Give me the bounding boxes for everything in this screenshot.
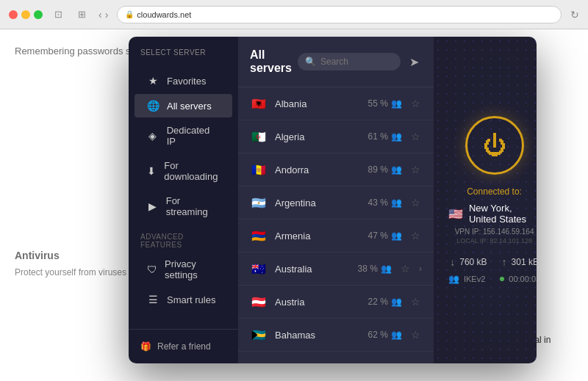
upload-arrow-icon: ↑	[502, 256, 507, 268]
sidebar-label: Select Server	[140, 48, 226, 57]
main-area: Remembering passwords so you don't have …	[0, 29, 588, 381]
server-row[interactable]: 🇦🇩 Andorra 89 % 👥 ☆	[238, 153, 434, 186]
download-icon: ⬇	[146, 165, 157, 177]
country-flag: 🇦🇹	[250, 293, 268, 311]
streaming-icon: ▶	[146, 200, 159, 212]
vpn-sidebar: Select Server ★ Favorites 🌐 All servers …	[129, 37, 238, 363]
sidebar-item-downloading[interactable]: ⬇ For downloading	[135, 154, 232, 188]
users-load-icon: 👥	[391, 98, 402, 109]
url-text: cloudwards.net	[137, 10, 191, 19]
stats-row: ↓ 760 kB ↑ 301 kB	[450, 256, 537, 268]
load-value: 38 %	[358, 264, 378, 274]
load-value: 22 %	[368, 297, 388, 307]
star-icon: ★	[146, 75, 159, 87]
power-button[interactable]: ⏻	[465, 116, 524, 175]
country-name: Austria	[275, 297, 361, 308]
reload-button[interactable]: ↻	[570, 9, 579, 21]
minimize-button[interactable]	[21, 10, 30, 19]
forward-connect-button[interactable]: ➤	[406, 52, 422, 72]
advanced-features-label: Advanced Features	[129, 224, 238, 252]
vpn-app-overlay: Select Server ★ Favorites 🌐 All servers …	[129, 37, 537, 363]
connection-info: 🇺🇸 New York, United States	[448, 203, 537, 225]
sidebar-streaming-label: For streaming	[166, 195, 220, 217]
favorite-star-button[interactable]: ☆	[409, 228, 422, 243]
sidebar-all-servers-label: All servers	[167, 101, 212, 112]
search-bar[interactable]: 🔍	[298, 53, 401, 70]
sidebar-toggle-icon[interactable]: ⊡	[54, 9, 66, 21]
shield-icon: 🛡	[146, 264, 157, 275]
server-row[interactable]: 🇦🇱 Albania 55 % 👥 ☆	[238, 87, 434, 120]
country-name: Albania	[275, 98, 361, 109]
users-load-icon: 👥	[391, 197, 402, 208]
refer-friend-label: Refer a friend	[157, 341, 211, 352]
country-flag: 🇦🇲	[250, 227, 268, 244]
lock-icon: 🔒	[125, 10, 134, 18]
server-row[interactable]: 🇦🇹 Austria 22 % 👥 ☆	[238, 286, 434, 319]
favorite-star-button[interactable]: ☆	[399, 261, 412, 276]
close-button[interactable]	[9, 10, 18, 19]
maximize-button[interactable]	[34, 10, 43, 19]
address-bar[interactable]: 🔒 cloudwards.net	[117, 6, 562, 23]
gift-icon: 🎁	[140, 341, 151, 352]
country-name: Algeria	[275, 131, 361, 142]
sidebar-item-streaming[interactable]: ▶ For streaming	[135, 189, 232, 223]
vpn-ip-text: VPN IP: 156.146.59.164	[455, 228, 534, 236]
favorite-star-button[interactable]: ☆	[409, 162, 422, 177]
server-row[interactable]: 🇧🇸 Bahamas 62 % 👥 ☆	[238, 319, 434, 352]
server-row[interactable]: 🇩🇿 Algeria 61 % 👥 ☆	[238, 120, 434, 153]
load-value: 47 %	[368, 231, 388, 241]
search-input[interactable]	[320, 57, 393, 67]
sidebar-item-privacy[interactable]: 🛡 Privacy settings	[135, 253, 232, 286]
new-tab-icon[interactable]: ⊞	[78, 9, 90, 21]
refer-friend-button[interactable]: 🎁 Refer a friend	[140, 341, 226, 352]
load-value: 89 %	[368, 164, 388, 175]
sidebar-downloading-label: For downloading	[164, 160, 220, 182]
sidebar-item-all-servers[interactable]: 🌐 All servers	[135, 94, 232, 117]
settings-button[interactable]: ⚙	[536, 46, 537, 59]
server-load: 55 % 👥	[368, 98, 402, 109]
nav-buttons: ‹ ›	[98, 9, 108, 21]
server-row[interactable]: 🇦🇲 Armenia 47 % 👥 ☆	[238, 219, 434, 253]
country-flag: 🇩🇿	[250, 128, 268, 145]
favorite-star-button[interactable]: ☆	[409, 96, 422, 111]
server-panel-header: All servers 🔍 ➤	[238, 37, 434, 87]
country-flag: 🇦🇺	[250, 260, 268, 277]
server-panel-title: All servers	[250, 48, 292, 75]
status-panel: ⚙ ⏻ Connected to: 🇺🇸 New York, United St…	[434, 37, 537, 363]
favorite-star-button[interactable]: ☆	[409, 327, 422, 342]
sidebar-item-dedicated-ip[interactable]: ◈ Dedicated IP	[135, 119, 232, 153]
country-flag: 🇦🇷	[250, 194, 268, 211]
server-row[interactable]: 🇦🇷 Argentina 43 % 👥 ☆	[238, 186, 434, 219]
favorite-star-button[interactable]: ☆	[409, 129, 422, 144]
forward-button[interactable]: ›	[105, 9, 109, 21]
favorite-star-button[interactable]: ☆	[409, 195, 422, 210]
sidebar-footer: 🎁 Refer a friend	[129, 329, 238, 363]
connection-time: 00:00:03	[509, 275, 537, 283]
users-load-icon: 👥	[391, 131, 402, 142]
back-button[interactable]: ‹	[98, 9, 102, 21]
sidebar-item-smart-rules[interactable]: ☰ Smart rules	[135, 288, 232, 311]
sidebar-privacy-label: Privacy settings	[165, 258, 220, 280]
map-dots	[434, 37, 537, 363]
server-load: 62 % 👥	[368, 330, 402, 340]
server-load: 61 % 👥	[368, 131, 402, 142]
server-load: 22 % 👥	[368, 297, 402, 307]
country-name: Australia	[275, 264, 351, 275]
favorite-star-button[interactable]: ☆	[409, 294, 422, 309]
load-value: 43 %	[368, 197, 388, 208]
users-load-icon: 👥	[391, 330, 402, 340]
sidebar-smart-rules-label: Smart rules	[167, 294, 215, 305]
connection-time-item: 00:00:03	[500, 274, 537, 284]
country-flag: 🇧🇸	[250, 326, 268, 344]
location-text: New York, United States	[469, 203, 537, 225]
sidebar-item-favorites[interactable]: ★ Favorites	[135, 69, 232, 92]
chevron-right-icon: ›	[419, 264, 422, 274]
sidebar-dedicated-ip-label: Dedicated IP	[167, 125, 220, 147]
server-row[interactable]: 🇦🇺 Australia 38 % 👥 ☆ ›	[238, 253, 434, 286]
power-icon: ⏻	[483, 132, 506, 159]
power-button-container: ⏻	[465, 116, 524, 175]
protocol-value: IKEv2	[464, 275, 485, 283]
server-load: 89 % 👥	[368, 164, 402, 175]
server-load: 43 % 👥	[368, 197, 402, 208]
server-list: 🇦🇱 Albania 55 % 👥 ☆ 🇩🇿 Algeria 61 % 👥 ☆ …	[238, 87, 434, 363]
